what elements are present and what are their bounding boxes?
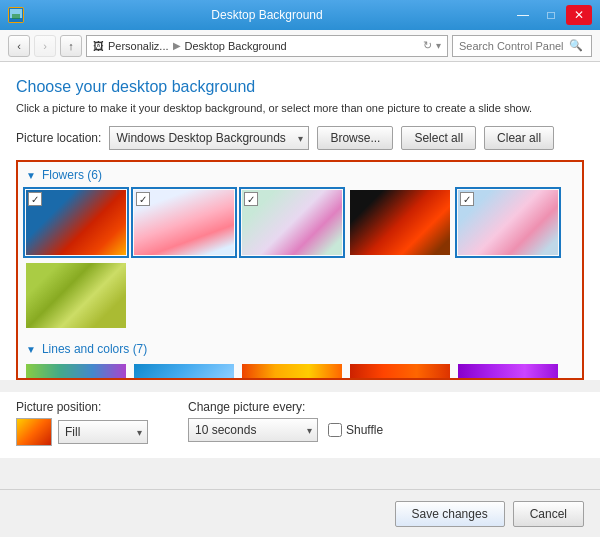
thumb-img-lc-1 — [26, 364, 126, 380]
thumbnail-lc-2[interactable] — [134, 364, 234, 380]
thumb-img-lc-2 — [134, 364, 234, 380]
window-controls: — □ ✕ — [510, 5, 592, 25]
path-part1: Personaliz... — [108, 40, 169, 52]
maximize-button[interactable]: □ — [538, 5, 564, 25]
position-preview-thumb — [16, 418, 52, 446]
checkmark-flower-3: ✓ — [244, 192, 258, 206]
close-button[interactable]: ✕ — [566, 5, 592, 25]
position-select-row: Fill — [16, 418, 148, 446]
checkmark-flower-5: ✓ — [460, 192, 474, 206]
search-box[interactable]: 🔍 — [452, 35, 592, 57]
nav-bar: ‹ › ↑ 🖼 Personaliz... ▶ Desktop Backgrou… — [0, 30, 600, 62]
interval-select-wrapper: 10 seconds — [188, 418, 318, 442]
thumbnail-lc-3[interactable] — [242, 364, 342, 380]
thumb-img-flower-4 — [350, 190, 450, 255]
flowers-group-label: Flowers (6) — [42, 168, 102, 182]
lines-group-label: Lines and colors (7) — [42, 342, 147, 356]
thumbnail-flower-4[interactable] — [350, 190, 450, 255]
checkmark-flower-2: ✓ — [136, 192, 150, 206]
thumbnail-flower-3[interactable]: ✓ — [242, 190, 342, 255]
thumb-img-lc-3 — [242, 364, 342, 380]
location-select[interactable]: Windows Desktop Backgrounds — [109, 126, 309, 150]
app-icon — [8, 7, 24, 23]
save-changes-button[interactable]: Save changes — [395, 501, 505, 527]
search-icon: 🔍 — [569, 39, 583, 52]
forward-button[interactable]: › — [34, 35, 56, 57]
cancel-button[interactable]: Cancel — [513, 501, 584, 527]
main-content: Choose your desktop background Click a p… — [0, 62, 600, 380]
clear-all-button[interactable]: Clear all — [484, 126, 554, 150]
gallery-area: ▼ Flowers (6) ✓ ✓ ✓ — [16, 160, 584, 380]
interval-select[interactable]: 10 seconds — [188, 418, 318, 442]
page-subtitle: Click a picture to make it your desktop … — [16, 102, 584, 114]
flowers-group-header[interactable]: ▼ Flowers (6) — [18, 162, 582, 186]
fill-select-wrapper: Fill — [58, 420, 148, 444]
shuffle-row: Shuffle — [328, 423, 383, 437]
thumb-img-lc-5 — [458, 364, 558, 380]
address-bar[interactable]: 🖼 Personaliz... ▶ Desktop Background ↻ ▾ — [86, 35, 448, 57]
shuffle-label: Shuffle — [346, 423, 383, 437]
picture-location-row: Picture location: Windows Desktop Backgr… — [16, 126, 584, 150]
browse-button[interactable]: Browse... — [317, 126, 393, 150]
thumb-img-flower-6 — [26, 263, 126, 328]
picture-position-label: Picture position: — [16, 400, 148, 414]
path-part2: Desktop Background — [185, 40, 287, 52]
change-picture-section: Change picture every: 10 seconds Shuffle — [188, 400, 383, 442]
change-row: 10 seconds Shuffle — [188, 418, 383, 442]
back-button[interactable]: ‹ — [8, 35, 30, 57]
window-title: Desktop Background — [24, 8, 510, 22]
path-arrow: ▶ — [173, 40, 181, 51]
up-button[interactable]: ↑ — [60, 35, 82, 57]
lines-colors-group-header[interactable]: ▼ Lines and colors (7) — [18, 336, 582, 360]
flowers-collapse-arrow: ▼ — [26, 170, 36, 181]
lines-collapse-arrow: ▼ — [26, 344, 36, 355]
dropdown-arrow[interactable]: ▾ — [436, 40, 441, 51]
thumbnail-flower-5[interactable]: ✓ — [458, 190, 558, 255]
picture-location-label: Picture location: — [16, 131, 101, 145]
thumbnail-lc-1[interactable] — [26, 364, 126, 380]
lines-grid — [18, 360, 582, 380]
select-all-button[interactable]: Select all — [401, 126, 476, 150]
title-bar: Desktop Background — □ ✕ — [0, 0, 600, 30]
change-picture-label: Change picture every: — [188, 400, 383, 414]
thumb-img-lc-4 — [350, 364, 450, 380]
thumbnail-lc-4[interactable] — [350, 364, 450, 380]
thumbnail-flower-1[interactable]: ✓ — [26, 190, 126, 255]
search-input[interactable] — [459, 40, 569, 52]
footer-area: Save changes Cancel — [0, 489, 600, 537]
thumbnail-flower-2[interactable]: ✓ — [134, 190, 234, 255]
minimize-button[interactable]: — — [510, 5, 536, 25]
location-select-wrapper: Windows Desktop Backgrounds — [109, 126, 309, 150]
thumbnail-flower-6[interactable] — [26, 263, 126, 328]
bottom-area: Picture position: Fill Change picture ev… — [0, 392, 600, 458]
refresh-button[interactable]: ↻ — [423, 39, 432, 52]
svg-rect-2 — [12, 14, 20, 19]
shuffle-checkbox[interactable] — [328, 423, 342, 437]
picture-position-section: Picture position: Fill — [16, 400, 148, 446]
page-title: Choose your desktop background — [16, 78, 584, 96]
fill-select[interactable]: Fill — [58, 420, 148, 444]
thumbnail-lc-5[interactable] — [458, 364, 558, 380]
checkmark-flower-1: ✓ — [28, 192, 42, 206]
flowers-grid: ✓ ✓ ✓ ✓ — [18, 186, 582, 336]
path-icon: 🖼 — [93, 40, 104, 52]
